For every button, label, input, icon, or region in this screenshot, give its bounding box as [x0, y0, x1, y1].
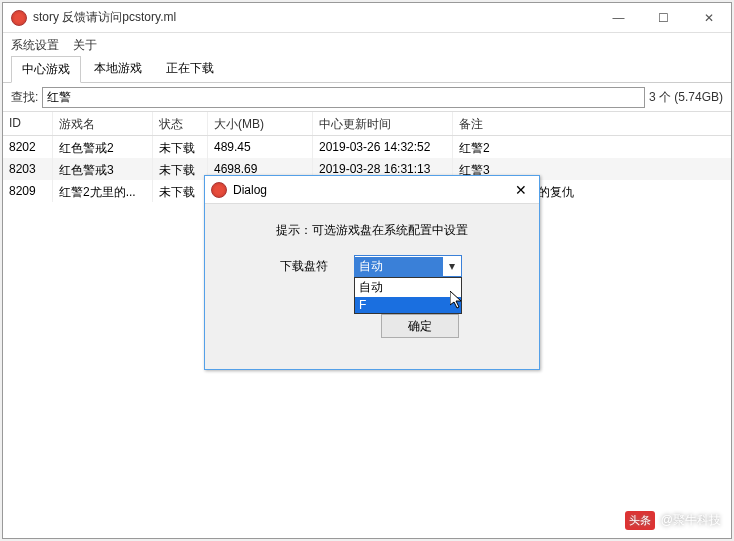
- cell-id: 8203: [3, 158, 53, 180]
- col-note[interactable]: 备注: [453, 112, 731, 135]
- cell-size: 489.45: [208, 136, 313, 158]
- menubar: 系统设置 关于: [3, 33, 731, 57]
- maximize-button[interactable]: ☐: [641, 3, 686, 33]
- cell-id: 8209: [3, 180, 53, 202]
- tab-center-games[interactable]: 中心游戏: [11, 56, 81, 83]
- app-icon: [11, 10, 27, 26]
- menu-system-settings[interactable]: 系统设置: [11, 37, 59, 54]
- table-row[interactable]: 8202红色警戒2未下载489.452019-03-26 14:32:52红警2: [3, 136, 731, 158]
- cell-id: 8202: [3, 136, 53, 158]
- cell-status: 未下载: [153, 180, 208, 202]
- cell-status: 未下载: [153, 158, 208, 180]
- menu-about[interactable]: 关于: [73, 37, 97, 54]
- col-time[interactable]: 中心更新时间: [313, 112, 453, 135]
- drive-option-f[interactable]: F: [355, 297, 461, 313]
- watermark: 头条 @聚牛科技: [625, 511, 721, 530]
- dialog-tip: 提示：可选游戏盘在系统配置中设置: [205, 204, 539, 255]
- tab-downloading[interactable]: 正在下载: [155, 55, 225, 82]
- dialog-title: Dialog: [233, 183, 503, 197]
- minimize-button[interactable]: —: [596, 3, 641, 33]
- download-dialog: Dialog ✕ 提示：可选游戏盘在系统配置中设置 下载盘符 自动 ▾ 自动 F…: [204, 175, 540, 370]
- chevron-down-icon: ▾: [443, 259, 461, 273]
- table-header: ID 游戏名 状态 大小(MB) 中心更新时间 备注: [3, 112, 731, 136]
- col-size[interactable]: 大小(MB): [208, 112, 313, 135]
- cell-time: 2019-03-26 14:32:52: [313, 136, 453, 158]
- col-id[interactable]: ID: [3, 112, 53, 135]
- drive-dropdown: 自动 F: [354, 277, 462, 314]
- close-button[interactable]: ✕: [686, 3, 731, 33]
- drive-selected: 自动: [355, 257, 443, 276]
- search-label: 查找:: [11, 89, 38, 106]
- drive-field: 下载盘符 自动 ▾ 自动 F: [205, 255, 539, 277]
- drive-option-auto[interactable]: 自动: [355, 278, 461, 297]
- cell-status: 未下载: [153, 136, 208, 158]
- window-controls: — ☐ ✕: [596, 3, 731, 33]
- cell-name: 红色警戒2: [53, 136, 153, 158]
- window-title: story 反馈请访问pcstory.ml: [33, 9, 596, 26]
- search-input[interactable]: [42, 87, 645, 108]
- tab-local-games[interactable]: 本地游戏: [83, 55, 153, 82]
- drive-combo-wrap: 自动 ▾ 自动 F: [354, 255, 464, 277]
- titlebar: story 反馈请访问pcstory.ml — ☐ ✕: [3, 3, 731, 33]
- drive-label: 下载盘符: [280, 255, 328, 275]
- col-name[interactable]: 游戏名: [53, 112, 153, 135]
- search-result-count: 3 个 (5.74GB): [649, 89, 723, 106]
- dialog-icon: [211, 182, 227, 198]
- cell-name: 红警2尤里的...: [53, 180, 153, 202]
- cell-name: 红色警戒3: [53, 158, 153, 180]
- watermark-logo: 头条: [625, 511, 655, 530]
- col-status[interactable]: 状态: [153, 112, 208, 135]
- ok-button[interactable]: 确定: [381, 314, 459, 338]
- cell-note: 红警2: [453, 136, 731, 158]
- search-bar: 查找: 3 个 (5.74GB): [3, 83, 731, 111]
- dialog-close-button[interactable]: ✕: [503, 182, 539, 198]
- tabbar: 中心游戏 本地游戏 正在下载: [3, 57, 731, 83]
- watermark-text: @聚牛科技: [661, 512, 721, 529]
- dialog-titlebar: Dialog ✕: [205, 176, 539, 204]
- drive-combobox[interactable]: 自动 ▾: [354, 255, 462, 277]
